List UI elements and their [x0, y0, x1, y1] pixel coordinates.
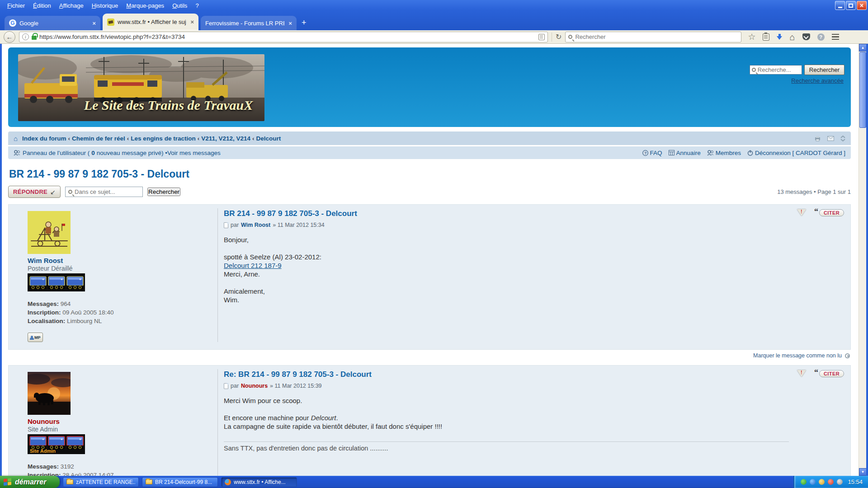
minimize-button[interactable] [835, 1, 845, 10]
help-icon[interactable]: ? [817, 33, 825, 41]
scroll-down-icon[interactable]: ▼ [859, 468, 867, 476]
avatar-nounours[interactable] [28, 372, 71, 415]
breadcrumb-engins[interactable]: Les engins de traction [131, 135, 195, 142]
taskbar-item-br214[interactable]: BR 214-Delcourt-99 8... [142, 477, 218, 487]
par-label: par [231, 222, 239, 228]
power-icon [747, 150, 753, 156]
menu-help[interactable]: ? [192, 1, 202, 10]
topic-search-button[interactable]: Rechercher [147, 188, 180, 196]
header-search-box[interactable] [750, 65, 802, 75]
search-icon [752, 68, 756, 72]
header-search-input[interactable] [758, 66, 800, 73]
print-icon[interactable] [814, 136, 821, 141]
menu-edition[interactable]: Édition [29, 1, 55, 10]
svg-text:?: ? [644, 151, 647, 155]
restore-button[interactable] [846, 1, 856, 10]
home-icon[interactable]: ⌂ [14, 135, 18, 142]
quote-button[interactable]: “CITER [814, 209, 844, 216]
advanced-search-link[interactable]: Recherche avancée [791, 77, 844, 84]
breadcrumb-delcourt[interactable]: Delcourt [256, 135, 281, 142]
breadcrumb-index[interactable]: Index du forum [22, 135, 66, 142]
breadcrumb-chemin[interactable]: Chemin de fer réel [72, 135, 125, 142]
scroll-up-icon[interactable]: ▲ [859, 44, 867, 52]
quote-icon: “ [814, 209, 818, 214]
menu-historique[interactable]: Historique [88, 1, 122, 10]
browser-search-input[interactable] [575, 33, 738, 40]
tray-icon-5[interactable] [837, 479, 843, 485]
profile-username-link[interactable]: Wim Roost [28, 257, 217, 264]
rank-image-locomotives: + + + [28, 273, 85, 291]
topic-search-input[interactable] [75, 188, 140, 195]
delcourt-photo-link[interactable]: Delcourt 212 187-9 [224, 262, 282, 269]
banner-image[interactable]: Le Site des Trains de TravauX [18, 54, 264, 121]
report-icon[interactable]: ! [797, 370, 806, 377]
browser-search-bar[interactable] [565, 32, 741, 42]
bookmarks-menu-icon[interactable] [763, 33, 769, 41]
tab-google[interactable]: G Google × [5, 16, 100, 30]
https-padlock-icon[interactable] [32, 36, 37, 40]
tab-close-icon[interactable]: × [91, 20, 97, 27]
email-icon[interactable] [827, 136, 834, 141]
menu-fichier[interactable]: Fichier [4, 1, 28, 10]
header-search-button[interactable]: Rechercher [804, 65, 844, 75]
menu-affichage[interactable]: Affichage [56, 1, 87, 10]
hamburger-menu-icon[interactable] [832, 34, 839, 40]
private-message-button[interactable]: MP [28, 333, 43, 342]
annuaire-link[interactable]: Annuaire [669, 150, 701, 156]
banner-title: Le Site des Trains de TravauX [18, 98, 264, 113]
home-icon[interactable]: ⌂ [789, 33, 795, 42]
bookmark-star-icon[interactable]: ☆ [748, 32, 755, 42]
taskbar-item-firefox[interactable]: www.sttx.fr • Affiche... [221, 477, 297, 487]
logout-link[interactable]: Déconnexion [ CARDOT Gérard ] [747, 150, 845, 156]
menu-marque-pages[interactable]: Marque-pages [123, 1, 168, 10]
close-button[interactable]: × [857, 1, 867, 10]
citer-label: CITER [819, 209, 844, 216]
view-messages-link[interactable]: Voir mes messages [167, 150, 221, 156]
post-date: 11 Mar 2012 15:39 [270, 383, 321, 389]
topic-search-box[interactable] [65, 187, 143, 197]
taskbar-clock: 15:54 [848, 479, 863, 485]
reader-mode-icon[interactable] [538, 34, 545, 40]
post-body-line: Amicalement, [224, 287, 789, 296]
post-1-profile: Wim Roost Posteur Déraillé + + [28, 208, 217, 342]
new-tab-button[interactable]: + [299, 18, 311, 30]
profile-username-link[interactable]: Nounours [28, 418, 217, 425]
membres-link[interactable]: Membres [707, 150, 741, 156]
tray-icon-4[interactable] [828, 479, 834, 485]
page-jump-icon[interactable] [840, 136, 845, 141]
post-author-link[interactable]: Nounours [241, 383, 268, 389]
start-label: démarrer [15, 478, 46, 486]
back-button[interactable]: ← [4, 31, 15, 43]
site-info-icon[interactable]: i [22, 33, 29, 40]
report-icon[interactable]: ! [797, 209, 806, 216]
reply-button[interactable]: RÉPONDRE ↙ [8, 186, 61, 198]
stat-inscription: Inscription: 09 Aoû 2005 18:40 [28, 308, 217, 317]
tray-icon-1[interactable] [801, 479, 807, 485]
post-author-link[interactable]: Wim Roost [241, 222, 270, 228]
tray-icon-3[interactable] [819, 479, 825, 485]
post-body-blank [224, 244, 789, 253]
avatar-wim-roost[interactable] [28, 211, 71, 254]
url-text[interactable]: https://www.forum.sttx.fr/viewtopic.php?… [39, 33, 536, 40]
tab-ferrovissime[interactable]: Ferrovissime - Forums LR PRESSE × [201, 16, 297, 30]
page-scrollbar[interactable]: ▲ ▼ [859, 44, 866, 476]
tray-icon-2[interactable] [810, 479, 816, 485]
taskbar-item-zattente[interactable]: zATTENTE DE RANGE... [63, 477, 139, 487]
mark-unread-link[interactable]: Marquer le message comme non lu [753, 352, 842, 359]
profile-stats: Messages: 3192 Inscription: 28 Aoû 2007 … [28, 462, 217, 476]
tab-sttx-active[interactable]: www.sttx.fr • Afficher le suje... × [103, 14, 198, 30]
start-button[interactable]: démarrer [0, 476, 60, 488]
menu-outils[interactable]: Outils [169, 1, 191, 10]
url-bar[interactable]: i https://www.forum.sttx.fr/viewtopic.ph… [19, 32, 548, 42]
user-panel-link[interactable]: Panneau de l'utilisateur (0 nouveau mess… [23, 150, 167, 156]
reload-icon[interactable]: ↻ [556, 33, 561, 41]
unread-icon[interactable] [845, 353, 850, 358]
tab-close-icon[interactable]: × [189, 19, 195, 25]
downloads-icon[interactable] [777, 34, 782, 40]
tab-close-icon[interactable]: × [288, 20, 293, 27]
pocket-icon[interactable] [802, 33, 810, 40]
scrollbar-thumb[interactable] [859, 52, 866, 128]
quote-button[interactable]: “CITER [814, 370, 844, 377]
breadcrumb-v211[interactable]: V211, V212, V214 [201, 135, 250, 142]
faq-link[interactable]: ? FAQ [642, 150, 662, 156]
